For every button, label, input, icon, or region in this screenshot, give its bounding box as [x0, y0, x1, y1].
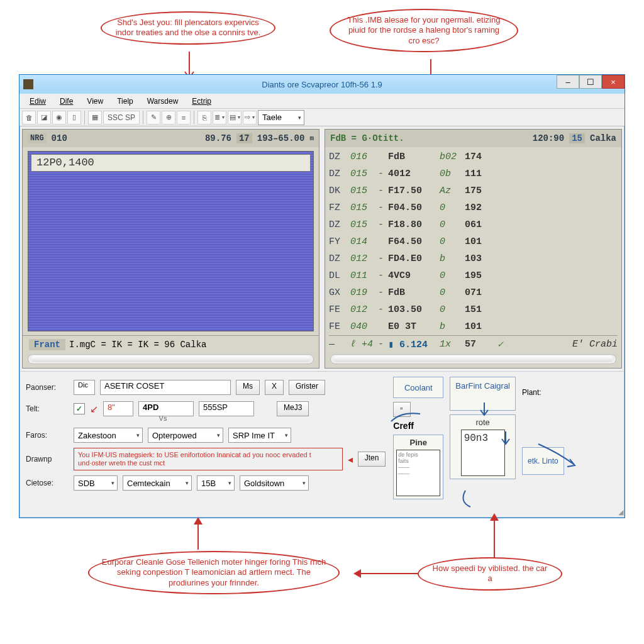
header-fdb: FdB = G·Otitt.	[330, 133, 404, 143]
jten-button[interactable]: Jten	[358, 452, 386, 467]
table-row: DZ015-F18.800061	[329, 216, 618, 233]
telt-label: Telt:	[26, 404, 69, 413]
getose-d[interactable]: Goldsitown	[240, 475, 309, 491]
tool-icon-7[interactable]: ≡	[177, 111, 191, 125]
toolbar-sep	[84, 111, 85, 125]
telt-c[interactable]: 555SP	[199, 401, 254, 416]
resize-grip-icon[interactable]: ◢	[618, 508, 623, 516]
tool-icon-5[interactable]: ✎	[147, 111, 160, 125]
toolbar: 🗑 ◪ ◉ ▯ ▦ SSC SP ✎ ⊕ ≡ ⎘ ≣ ▤ ⇨ Taele	[19, 109, 625, 126]
paonser-btn1[interactable]: Ms	[236, 380, 260, 395]
blue-arrows-overlay	[390, 396, 616, 522]
tool-icon-4[interactable]: ▦	[88, 111, 102, 125]
callout-bottom-left: Eurporar Cleanle Gose Tellenich moter hi…	[88, 551, 340, 594]
menu-dife[interactable]: Dife	[53, 95, 79, 108]
callout-text: Eurporar Cleanle Gose Tellenich moter hi…	[102, 557, 326, 587]
header-blue: 15	[569, 133, 585, 143]
maximize-button[interactable]: ☐	[579, 75, 602, 89]
close-button[interactable]: ×	[602, 75, 625, 89]
faros-label: Faros:	[26, 431, 69, 440]
faros-c[interactable]: SRP Ime IT	[228, 428, 291, 443]
table-row: FE012-103.500151	[329, 301, 618, 318]
right-panel-header: FdB = G·Otitt. 120:90 15 Calka	[325, 130, 621, 147]
table-row: DZ012-FD4.E0b103	[329, 250, 618, 267]
header-b: 89.76	[205, 133, 231, 143]
left-scrollbar[interactable]	[28, 354, 314, 364]
table-row: GX019-FdB0071	[329, 284, 618, 301]
callout-text: This .IMB alesae for your ngermall. etiz…	[348, 15, 501, 45]
table-row: DK015-F17.50Az175	[329, 182, 618, 199]
tool-icon-6[interactable]: ⊕	[162, 111, 175, 125]
footer-expr: I.mgC = IK = IK = 96 Calka	[69, 340, 206, 350]
display-value[interactable]: 12P0,1400	[31, 154, 311, 172]
tool-icon-8[interactable]: ⎘	[197, 111, 211, 125]
table-row: FE040E0 3Tb101	[329, 318, 618, 335]
callout-top-left: Shd's Jest you: fill plencators expervic…	[101, 11, 275, 45]
callout-text: How speedi by viblisted. the car a	[433, 564, 548, 583]
table-row: DL011-4VC90195	[329, 267, 618, 284]
tool-icon-3[interactable]: ▯	[67, 111, 81, 125]
minimize-button[interactable]: –	[557, 75, 579, 89]
menu-view[interactable]: View	[80, 95, 109, 108]
table-row: FZ015-F04.500192	[329, 199, 618, 216]
ssp-button[interactable]: SSC SP	[103, 111, 140, 125]
drawnp-note: You IFM·UIS mategsierk: to USE enifortot…	[74, 448, 343, 470]
faros-b[interactable]: Opterpowed	[148, 428, 223, 443]
telt-checkbox[interactable]: ✓	[74, 403, 85, 414]
trash-icon[interactable]: 🗑	[22, 111, 36, 125]
getose-c[interactable]: 15B	[197, 475, 235, 491]
red-arrow-icon: ↙	[90, 403, 98, 415]
table-row: DZ015-40120b111	[329, 165, 618, 182]
vs-label: Vs	[135, 414, 191, 422]
tool-dd-3[interactable]: ⇨	[243, 111, 257, 125]
paonser-label: Paonser:	[26, 383, 69, 392]
header-e: m	[309, 135, 314, 142]
mej-button[interactable]: MeJ3	[277, 401, 309, 416]
getose-b[interactable]: Cemteckain	[123, 475, 192, 491]
grister-button[interactable]: Grister	[289, 380, 325, 395]
tool-dd-2[interactable]: ▤	[228, 111, 242, 125]
left-panel: NRG 010 89.76 17 193–65.00 m 12P0,1400 F…	[22, 129, 319, 369]
app-icon	[23, 79, 33, 89]
header-c: 17	[236, 133, 252, 143]
data-table: DZ016FdBb02174DZ015-40120b111DK015-F17.5…	[329, 148, 618, 352]
drawnp-label: Drawnp	[26, 455, 69, 464]
paonser-btn2[interactable]: X	[265, 380, 284, 395]
menu-ectrip[interactable]: Ectrip	[186, 95, 218, 108]
left-panel-header: NRG 010 89.76 17 193–65.00 m	[23, 130, 319, 147]
callout-text: Shd's Jest you: fill plencators expervic…	[116, 18, 261, 37]
window-title: Diants ore Scvapreor 10fh-56 1.9	[262, 80, 382, 89]
coolant-label: Coolant	[404, 383, 433, 392]
right-scrollbar[interactable]	[330, 354, 616, 364]
taele-select[interactable]: Taele	[258, 110, 304, 125]
header-tag: NRG	[28, 133, 47, 143]
left-panel-footer: Frant I.mgC = IK = IK = 96 Calka	[23, 335, 319, 353]
titlebar[interactable]: Diants ore Scvapreor 10fh-56 1.9 – ☐ ×	[19, 75, 625, 94]
faros-a[interactable]: Zakestoon	[74, 428, 143, 443]
display-area: 12P0,1400	[28, 151, 314, 331]
plant-label: Plant:	[522, 388, 564, 397]
header-txt: Calka	[590, 133, 616, 143]
red-arrow-icon-2: ◂	[348, 453, 353, 465]
menu-warsdew[interactable]: Warsdew	[141, 95, 185, 108]
table-row: DZ016FdBb02174	[329, 148, 618, 165]
header-d: 193–65.00	[257, 133, 305, 143]
paonser-input[interactable]: ASETIR COSET	[100, 380, 231, 395]
getose-label: Cietose:	[26, 479, 69, 487]
tool-dd-1[interactable]: ≣	[213, 111, 226, 125]
telt-a[interactable]: 8"	[103, 401, 133, 416]
callout-bottom-right: How speedi by viblisted. the car a	[418, 557, 562, 591]
table-row: FY014F64.500101	[329, 233, 618, 250]
menu-ediw[interactable]: Ediw	[23, 95, 52, 108]
coolant-box[interactable]: Coolant	[393, 377, 443, 398]
tool-icon-2[interactable]: ◉	[52, 111, 66, 125]
menubar: Ediw Dife View Tielp Warsdew Ectrip	[19, 94, 625, 109]
menu-tielp[interactable]: Tielp	[111, 95, 140, 108]
callout-top-right: This .IMB alesae for your ngermall. etiz…	[330, 9, 518, 52]
getose-a[interactable]: SDB	[74, 475, 118, 491]
paonser-tag[interactable]: Dic	[74, 380, 95, 395]
header-num: 120:90	[533, 133, 564, 143]
tool-icon-1[interactable]: ◪	[37, 111, 51, 125]
table-total-row: —ℓ +4-▮ 6.1241x57✓E' Crabi	[329, 335, 618, 352]
right-panel: FdB = G·Otitt. 120:90 15 Calka DZ016FdBb…	[325, 129, 622, 369]
